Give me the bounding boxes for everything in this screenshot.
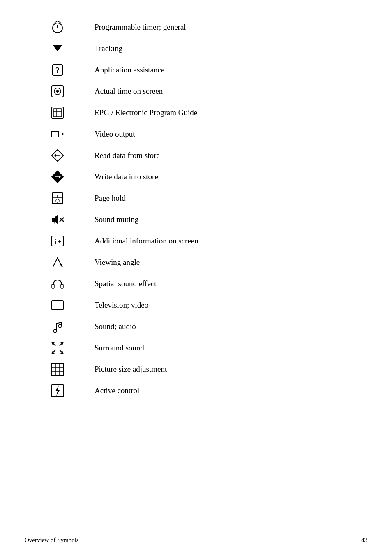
- actual-time-icon: [25, 81, 90, 102]
- svg-rect-34: [52, 284, 54, 288]
- table-row: Read data from store: [25, 145, 367, 166]
- surround-sound-icon: [25, 337, 90, 359]
- svg-rect-36: [52, 301, 63, 310]
- table-row: Picture size adjustment: [25, 359, 367, 380]
- page-footer: Overview of Symbols 43: [0, 533, 392, 544]
- sound-muting-icon: [25, 209, 90, 230]
- svg-text:+: +: [58, 238, 61, 245]
- svg-marker-15: [62, 132, 64, 136]
- active-control-icon: [25, 380, 90, 401]
- svg-rect-22: [52, 193, 63, 204]
- symbol-label: Page hold: [90, 188, 367, 209]
- application-assistance-icon: ?: [25, 59, 90, 81]
- table-row: Surround sound: [25, 337, 367, 359]
- symbol-label: Sound muting: [90, 209, 367, 230]
- svg-point-24: [56, 199, 59, 202]
- svg-marker-3: [53, 45, 62, 51]
- svg-point-8: [56, 90, 59, 93]
- symbol-label: Sound; audio: [90, 316, 367, 337]
- svg-marker-53: [55, 385, 60, 396]
- symbol-label: Picture size adjustment: [90, 359, 367, 380]
- symbol-label: Spatial sound effect: [90, 273, 367, 294]
- write-data-icon: [25, 166, 90, 188]
- epg-icon: [25, 102, 90, 123]
- svg-rect-10: [53, 109, 62, 117]
- table-row: Actual time on screen: [25, 81, 367, 102]
- symbol-label: Active control: [90, 380, 367, 401]
- svg-rect-13: [51, 131, 59, 137]
- symbol-label: Read data from store: [90, 145, 367, 166]
- table-row: i + Additional information on screen: [25, 230, 367, 252]
- table-row: Write data into store: [25, 166, 367, 188]
- video-output-icon: [25, 123, 90, 145]
- tracking-icon: [25, 38, 90, 59]
- programmable-timer-icon: [25, 16, 90, 38]
- table-row: Page hold: [25, 188, 367, 209]
- sound-audio-icon: [25, 316, 90, 337]
- svg-rect-35: [61, 284, 63, 288]
- symbols-table: Programmable timer; general Tracking ? A…: [25, 16, 367, 401]
- table-row: EPG / Electronic Program Guide: [25, 102, 367, 123]
- picture-size-icon: [25, 359, 90, 380]
- additional-info-icon: i +: [25, 230, 90, 252]
- television-icon: [25, 294, 90, 316]
- viewing-angle-icon: [25, 252, 90, 273]
- table-row: Television; video: [25, 294, 367, 316]
- symbol-label: EPG / Electronic Program Guide: [90, 102, 367, 123]
- table-row: Tracking: [25, 38, 367, 59]
- table-row: Video output: [25, 123, 367, 145]
- table-row: Sound muting: [25, 209, 367, 230]
- read-data-icon: [25, 145, 90, 166]
- symbol-label: Application assistance: [90, 59, 367, 81]
- symbol-label: Write data into store: [90, 166, 367, 188]
- symbol-label: Tracking: [90, 38, 367, 59]
- svg-text:?: ?: [56, 66, 60, 75]
- table-row: Sound; audio: [25, 316, 367, 337]
- symbol-label: Viewing angle: [90, 252, 367, 273]
- symbol-label: Programmable timer; general: [90, 16, 367, 38]
- footer-page-number: 43: [361, 537, 367, 544]
- symbol-label: Television; video: [90, 294, 367, 316]
- table-row: Viewing angle: [25, 252, 367, 273]
- page-hold-icon: [25, 188, 90, 209]
- symbol-label: Additional information on screen: [90, 230, 367, 252]
- table-row: Active control: [25, 380, 367, 401]
- svg-marker-26: [52, 215, 58, 224]
- table-row: ? Application assistance: [25, 59, 367, 81]
- table-row: Programmable timer; general: [25, 16, 367, 38]
- svg-rect-47: [51, 363, 64, 375]
- svg-text:i: i: [55, 238, 57, 245]
- footer-section-label: Overview of Symbols: [25, 537, 79, 544]
- symbol-label: Video output: [90, 123, 367, 145]
- svg-marker-18: [54, 154, 56, 157]
- symbol-label: Actual time on screen: [90, 81, 367, 102]
- table-row: Spatial sound effect: [25, 273, 367, 294]
- spatial-sound-icon: [25, 273, 90, 294]
- symbol-label: Surround sound: [90, 337, 367, 359]
